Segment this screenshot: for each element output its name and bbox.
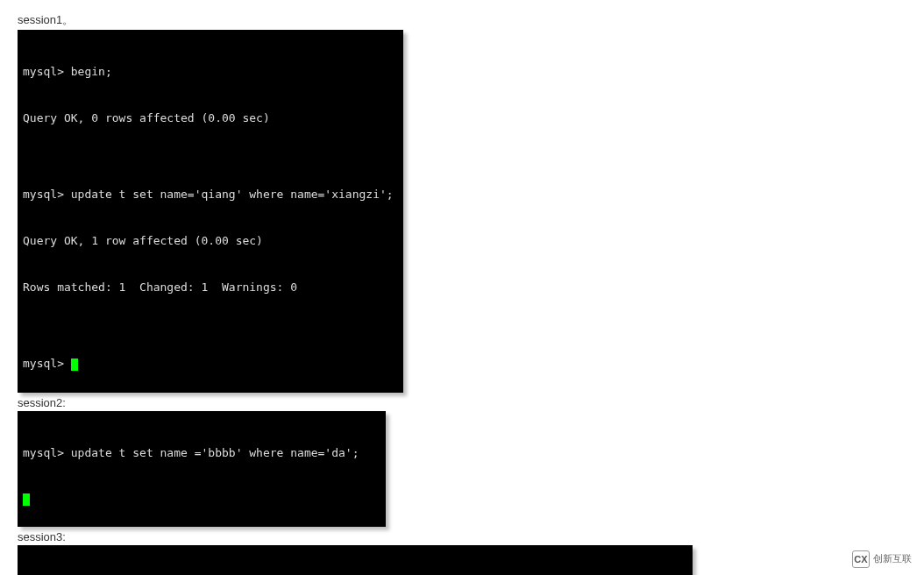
term-line: mysql> update t set name ='bbbb' where n…	[23, 445, 380, 461]
term-prompt: mysql>	[23, 356, 398, 372]
terminal-session2: mysql> update t set name ='bbbb' where n…	[18, 411, 386, 528]
cursor-icon	[71, 358, 78, 371]
term-line	[23, 491, 380, 507]
term-line: Query OK, 0 rows affected (0.00 sec)	[23, 110, 398, 126]
cursor-icon	[23, 493, 30, 506]
watermark: CX创新互联	[849, 549, 915, 570]
watermark-logo-icon: CX	[852, 550, 870, 568]
prompt-text: mysql>	[23, 357, 71, 370]
term-line: mysql> update t set name='qiang' where n…	[23, 187, 398, 202]
term-line: Rows matched: 1 Changed: 1 Warnings: 0	[23, 280, 398, 295]
watermark-text: 创新互联	[873, 553, 912, 564]
session-label-1: session1。	[18, 12, 915, 28]
term-line: Query OK, 1 row affected (0.00 sec)	[23, 233, 398, 249]
session-label-2: session2:	[18, 396, 915, 409]
terminal-session3: mysqldump: [Warning] Using a password on…	[18, 545, 693, 575]
terminal-session1: mysql> begin; Query OK, 0 rows affected …	[18, 30, 403, 393]
term-line: mysql> begin;	[23, 64, 398, 80]
session-label-3: session3:	[18, 530, 915, 543]
